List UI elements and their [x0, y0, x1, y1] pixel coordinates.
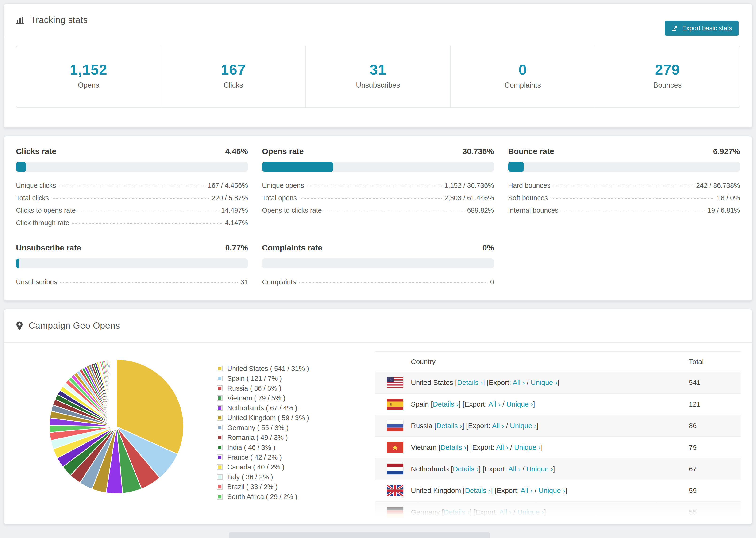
geo-row-es: Spain [Details ›] [Export: All › / Uniqu…	[375, 394, 740, 415]
legend-label: Brazil ( 33 / 2% )	[227, 483, 278, 491]
bracket: ]	[541, 443, 543, 451]
legend-item-germany[interactable]: Germany ( 55 / 3% )	[217, 423, 358, 433]
legend-item-canada[interactable]: Canada ( 40 / 2% )	[217, 462, 358, 472]
stat-bounces: 279 Bounces	[595, 46, 740, 108]
export-all-link[interactable]: All ›	[508, 465, 520, 473]
legend-item-india[interactable]: India ( 46 / 3% )	[217, 443, 358, 452]
rate-row-label: Unique clicks	[16, 182, 56, 189]
legend-item-brazil[interactable]: Brazil ( 33 / 2% )	[217, 482, 358, 492]
legend-item-united-kingdom[interactable]: United Kingdom ( 59 / 3% )	[217, 413, 358, 423]
stat-opens: 1,152 Opens	[16, 46, 161, 108]
rate-row-label: Internal bounces	[508, 207, 558, 214]
details-link[interactable]: Details ›	[433, 400, 459, 408]
rate-row-value: 4.147%	[225, 219, 248, 227]
progress-bar-clicks	[16, 162, 248, 172]
dotted-leader	[551, 198, 714, 199]
geo-row-nl: Netherlands [Details ›] [Export: All › /…	[375, 458, 740, 480]
details-link[interactable]: Details ›	[457, 379, 483, 386]
bracket: ] [Export:	[466, 443, 496, 451]
dotted-leader	[72, 223, 222, 224]
export-all-link[interactable]: All ›	[496, 443, 508, 451]
geo-title: Campaign Geo Opens	[28, 321, 120, 331]
total-column-header: Total	[689, 358, 740, 366]
export-all-link[interactable]: All ›	[520, 487, 533, 494]
rate-row-label: Click through rate	[16, 219, 69, 227]
export-unique-link[interactable]: Unique ›	[539, 487, 565, 494]
export-unique-link[interactable]: Unique ›	[517, 508, 544, 516]
legend-label: Russia ( 86 / 5% )	[227, 385, 281, 392]
geo-pie-wrap	[48, 358, 185, 523]
progress-bar-opens	[262, 162, 494, 172]
geo-table-header: Country Total	[375, 351, 740, 372]
export-basic-stats-button[interactable]: Export basic stats	[665, 21, 739, 36]
export-all-link[interactable]: All ›	[513, 379, 525, 386]
rates-grid: Clicks rate 4.46% Unique clicks 167 / 4.…	[4, 136, 752, 300]
legend-swatch	[217, 455, 223, 460]
export-all-link[interactable]: All ›	[492, 422, 504, 430]
rate-rows: Complaints 0	[262, 276, 494, 288]
rate-panel-head: Unsubscribe rate 0.77%	[16, 243, 248, 252]
legend-item-vietnam[interactable]: Vietnam ( 79 / 5% )	[217, 393, 358, 403]
export-unique-link[interactable]: Unique ›	[531, 379, 557, 386]
geo-content: United States ( 541 / 31% ) Spain ( 121 …	[4, 343, 752, 523]
pie-slice[interactable]	[116, 359, 117, 426]
export-unique-link[interactable]: Unique ›	[507, 400, 533, 408]
export-all-link[interactable]: All ›	[488, 400, 501, 408]
legend-item-netherlands[interactable]: Netherlands ( 67 / 4% )	[217, 403, 358, 413]
rate-panel-percent: 0.77%	[225, 243, 248, 252]
geo-legend: United States ( 541 / 31% ) Spain ( 121 …	[217, 364, 358, 523]
details-link[interactable]: Details ›	[465, 487, 491, 494]
legend-label: South Africa ( 29 / 2% )	[227, 493, 297, 501]
legend-item-united-states[interactable]: United States ( 541 / 31% )	[217, 364, 358, 373]
legend-label: Vietnam ( 79 / 5% )	[227, 394, 286, 402]
rate-rows: Unsubscribes 31	[16, 276, 248, 288]
export-unique-link[interactable]: Unique ›	[526, 465, 553, 473]
dotted-leader	[59, 186, 205, 187]
legend-item-france[interactable]: France ( 42 / 2% )	[217, 452, 358, 462]
details-link[interactable]: Details ›	[453, 465, 478, 473]
bracket: ] [Export:	[459, 400, 488, 408]
legend-swatch	[217, 474, 223, 480]
legend-item-romania[interactable]: Romania ( 49 / 3% )	[217, 433, 358, 443]
details-link[interactable]: Details ›	[441, 443, 466, 451]
legend-item-italy[interactable]: Italy ( 36 / 2% )	[217, 472, 358, 482]
rate-row: Unique clicks 167 / 4.456%	[16, 179, 248, 192]
rate-row: Opens to clicks rate 689.82%	[262, 204, 494, 217]
rate-panel-percent: 6.927%	[713, 147, 740, 156]
map-pin-icon	[16, 321, 23, 331]
stat-complaints: 0 Complaints	[450, 46, 595, 108]
country-cell: Spain [Details ›] [Export: All › / Uniqu…	[411, 400, 689, 408]
rate-panel-head: Bounce rate 6.927%	[508, 147, 740, 156]
legend-item-spain[interactable]: Spain ( 121 / 7% )	[217, 373, 358, 383]
tracking-stats-title: Tracking stats	[30, 15, 88, 25]
rate-row-value: 1,152 / 30.736%	[445, 182, 494, 189]
geo-row-gb: United Kingdom [Details ›] [Export: All …	[375, 480, 740, 502]
rate-row: Hard bounces 242 / 86.738%	[508, 179, 740, 192]
details-link[interactable]: Details ›	[444, 508, 469, 516]
rate-row-label: Unsubscribes	[16, 278, 57, 286]
rate-row: Total clicks 220 / 5.87%	[16, 192, 248, 204]
legend-item-south-africa[interactable]: South Africa ( 29 / 2% )	[217, 492, 358, 502]
legend-item-russia[interactable]: Russia ( 86 / 5% )	[217, 383, 358, 393]
rate-row: Total opens 2,303 / 61.446%	[262, 192, 494, 204]
legend-swatch	[217, 484, 223, 490]
rate-panel-title: Clicks rate	[16, 147, 56, 156]
export-all-link[interactable]: All ›	[499, 508, 512, 516]
export-unique-link[interactable]: Unique ›	[514, 443, 541, 451]
legend-swatch	[217, 494, 223, 500]
rate-row: Clicks to opens rate 14.497%	[16, 204, 248, 217]
rate-row-value: 0	[490, 278, 494, 286]
geo-pie-chart[interactable]	[48, 358, 185, 495]
progress-bar-fill	[262, 162, 333, 172]
bracket: ]	[544, 508, 546, 516]
geo-row-ru: Russia [Details ›] [Export: All › / Uniq…	[375, 415, 740, 437]
rate-panel-head: Clicks rate 4.46%	[16, 147, 248, 156]
flag-nl-icon	[387, 463, 404, 474]
rate-row-label: Total opens	[262, 194, 297, 202]
geo-table: Country Total United States [Details ›] …	[375, 351, 740, 523]
country-cell: Netherlands [Details ›] [Export: All › /…	[411, 465, 689, 473]
export-unique-link[interactable]: Unique ›	[510, 422, 536, 430]
rate-panel-head: Complaints rate 0%	[262, 243, 494, 252]
dotted-leader	[52, 198, 209, 199]
details-link[interactable]: Details ›	[436, 422, 462, 430]
